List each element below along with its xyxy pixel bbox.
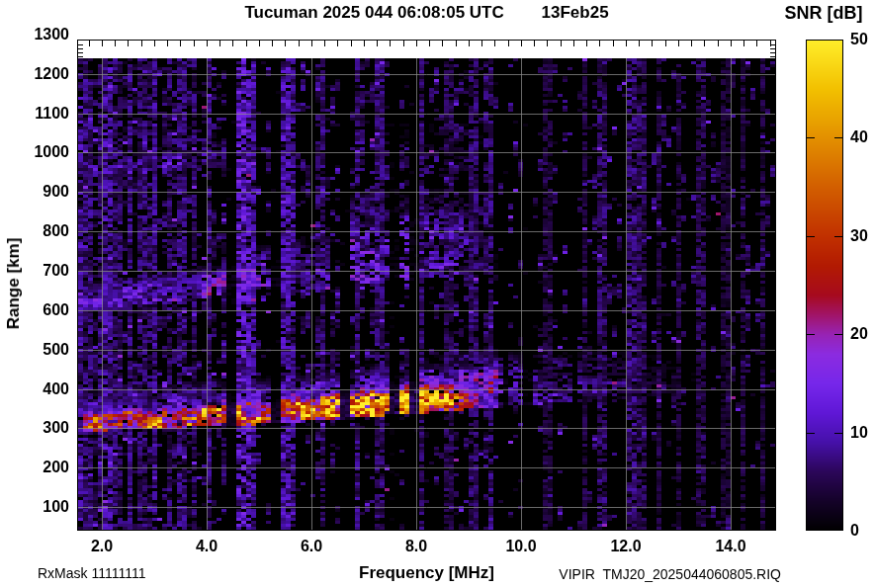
colorbar-tick-label: 10 — [850, 424, 874, 442]
x-tick-label: 12.0 — [596, 538, 656, 555]
plot-title: Tucuman 2025 044 06:08:05 UTC 13Feb25 — [77, 3, 776, 23]
y-tick-label: 1200 — [8, 65, 69, 83]
ionogram-page: Tucuman 2025 044 06:08:05 UTC 13Feb25 SN… — [0, 0, 874, 588]
y-tick-label: 1100 — [8, 105, 69, 123]
colorbar-tick-label: 0 — [850, 522, 874, 540]
x-tick-label: 4.0 — [177, 538, 236, 555]
colorbar-tick-label: 30 — [850, 227, 874, 245]
y-tick-label: 600 — [8, 301, 69, 319]
colorbar-title: SNR [dB] — [774, 3, 873, 24]
x-tick-label: 2.0 — [72, 538, 131, 555]
ionogram-plot-canvas — [0, 0, 874, 588]
x-tick-label: 6.0 — [282, 538, 341, 555]
colorbar-tick-label: 50 — [850, 31, 874, 48]
y-tick-label: 300 — [8, 419, 69, 437]
rx-mask-annotation: RxMask 11111111 — [38, 565, 145, 581]
x-tick-label: 8.0 — [387, 538, 446, 555]
y-tick-label: 1300 — [8, 26, 69, 43]
y-tick-label: 400 — [8, 380, 69, 398]
y-tick-label: 500 — [8, 341, 69, 359]
x-tick-label: 14.0 — [701, 538, 760, 555]
colorbar-tick-label: 20 — [850, 325, 874, 343]
colorbar-tick-label: 40 — [850, 128, 874, 146]
x-tick-label: 10.0 — [491, 538, 551, 555]
y-tick-label: 100 — [8, 498, 69, 516]
y-tick-label: 700 — [8, 262, 69, 280]
y-tick-label: 1000 — [8, 143, 69, 161]
y-tick-label: 900 — [8, 183, 69, 201]
y-tick-label: 200 — [8, 459, 69, 476]
source-file-annotation: VIPIR TMJ20_2025044060805.RIQ — [559, 566, 781, 582]
y-tick-label: 800 — [8, 222, 69, 240]
